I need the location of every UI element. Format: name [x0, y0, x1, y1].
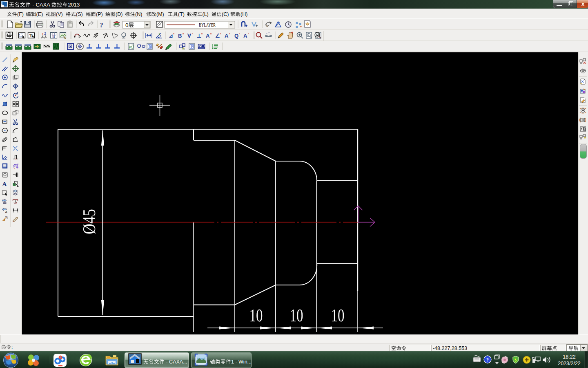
- svg-text::: :: [11, 344, 13, 350]
- svg-text:B: B: [178, 33, 182, 39]
- svg-text:1: 1: [42, 32, 44, 36]
- svg-text:(P): (P): [96, 11, 103, 17]
- svg-text:∀: ∀: [187, 33, 192, 39]
- svg-text:1 - Win...: 1 - Win...: [231, 359, 252, 365]
- svg-text:∠: ∠: [215, 33, 220, 39]
- svg-text:(N): (N): [135, 11, 142, 17]
- svg-text:⊿: ⊿: [169, 33, 173, 39]
- svg-text:A: A: [5, 210, 8, 214]
- svg-text:T: T: [53, 34, 56, 38]
- svg-text:T: T: [29, 33, 33, 38]
- svg-text:BYLAYER: BYLAYER: [199, 22, 216, 28]
- svg-text:(T): (T): [178, 11, 185, 17]
- svg-text:2013: 2013: [68, 2, 80, 8]
- svg-text:(D): (D): [116, 11, 122, 17]
- svg-text:(C): (C): [222, 11, 229, 17]
- svg-text:?: ?: [486, 357, 489, 363]
- svg-text:0: 0: [125, 22, 129, 28]
- svg-text:18:22: 18:22: [563, 354, 575, 360]
- svg-text:(V): (V): [56, 11, 63, 17]
- svg-text:?: ?: [100, 21, 103, 29]
- svg-text:(E): (E): [36, 11, 43, 17]
- svg-text:- CAXA...: - CAXA...: [165, 359, 187, 365]
- svg-text:P: P: [191, 45, 193, 49]
- svg-text:R: R: [149, 45, 151, 49]
- svg-text:(H): (H): [241, 11, 247, 17]
- svg-text:(L): (L): [203, 11, 209, 17]
- svg-text:A: A: [2, 181, 7, 187]
- svg-text:lib: lib: [182, 47, 185, 50]
- svg-text:2023/2/22: 2023/2/22: [558, 361, 581, 366]
- svg-text:-48.227,28.553: -48.227,28.553: [433, 346, 467, 351]
- svg-text:(M): (M): [156, 11, 164, 17]
- svg-text:A: A: [225, 33, 229, 39]
- svg-text:(F): (F): [17, 11, 24, 17]
- svg-text:- CAXA: - CAXA: [31, 2, 50, 8]
- svg-text:G: G: [130, 45, 132, 49]
- svg-text:Q: Q: [234, 33, 238, 39]
- svg-text:A: A: [243, 33, 247, 39]
- svg-text:A: A: [206, 33, 210, 39]
- svg-text:(S): (S): [76, 11, 83, 17]
- svg-text:⊥: ⊥: [197, 33, 201, 39]
